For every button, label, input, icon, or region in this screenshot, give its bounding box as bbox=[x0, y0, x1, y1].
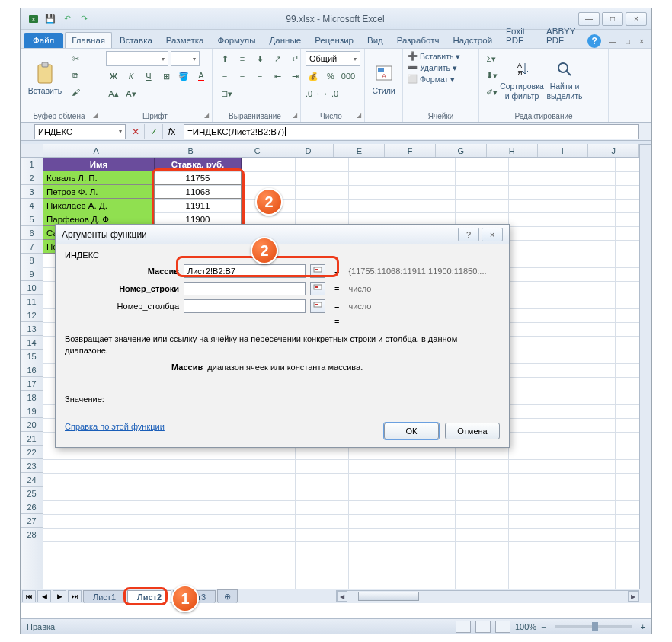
tab-data[interactable]: Данные bbox=[264, 33, 308, 48]
tab-review[interactable]: Рецензир bbox=[309, 33, 360, 48]
save-icon[interactable]: 💾 bbox=[44, 13, 56, 25]
row-header-8[interactable]: 8 bbox=[21, 254, 43, 267]
row-header-9[interactable]: 9 bbox=[21, 267, 43, 281]
wrap-text-icon[interactable]: ↵ bbox=[287, 51, 302, 66]
number-format-combo[interactable]: Общий▾ bbox=[306, 51, 360, 66]
collapse-dialog-icon[interactable] bbox=[310, 264, 325, 278]
arg-rownum-input[interactable] bbox=[184, 282, 306, 295]
autosum-icon[interactable]: Σ▾ bbox=[484, 51, 499, 66]
row-header-14[interactable]: 14 bbox=[21, 336, 43, 350]
row-header-24[interactable]: 24 bbox=[21, 473, 43, 487]
header-a1[interactable]: Имя bbox=[43, 158, 155, 171]
col-header-G[interactable]: G bbox=[436, 144, 487, 157]
tab-layout[interactable]: Разметка bbox=[160, 33, 210, 48]
launcher-icon[interactable]: ◢ bbox=[357, 112, 361, 119]
doc-minimize[interactable]: — bbox=[607, 36, 618, 47]
merge-icon[interactable]: ⊟▾ bbox=[217, 86, 236, 101]
row-header-12[interactable]: 12 bbox=[21, 308, 43, 322]
cell-b3[interactable]: 11068 bbox=[155, 185, 242, 199]
tab-insert[interactable]: Вставка bbox=[114, 33, 158, 48]
tab-home[interactable]: Главная bbox=[65, 32, 112, 48]
tab-developer[interactable]: Разработч bbox=[391, 33, 446, 48]
col-header-F[interactable]: F bbox=[385, 144, 436, 157]
align-bottom-icon[interactable]: ⬇ bbox=[252, 51, 267, 66]
tab-formulas[interactable]: Формулы bbox=[212, 33, 262, 48]
grow-font-icon[interactable]: A▴ bbox=[106, 86, 121, 101]
font-color-icon[interactable]: A bbox=[194, 69, 209, 84]
cell-a2[interactable]: Коваль Л. П. bbox=[43, 171, 155, 185]
page-break-view-button[interactable] bbox=[495, 621, 510, 633]
dialog-help-button[interactable]: ? bbox=[458, 228, 479, 241]
dialog-titlebar[interactable]: Аргументы функции ? × bbox=[56, 225, 509, 244]
next-sheet-button[interactable]: ▶ bbox=[53, 590, 66, 602]
doc-close[interactable]: × bbox=[638, 36, 645, 47]
cancel-button[interactable]: Отмена bbox=[445, 423, 500, 439]
tab-abbyy[interactable]: ABBYY PDF bbox=[540, 24, 586, 48]
launcher-icon[interactable]: ◢ bbox=[293, 112, 297, 119]
close-button[interactable]: × bbox=[626, 12, 647, 26]
italic-icon[interactable]: К bbox=[123, 69, 139, 84]
row-header-13[interactable]: 13 bbox=[21, 322, 43, 336]
decrease-indent-icon[interactable]: ⇤ bbox=[270, 69, 285, 84]
cell-a4[interactable]: Николаев А. Д. bbox=[43, 199, 155, 212]
row-header-20[interactable]: 20 bbox=[21, 418, 43, 432]
bold-icon[interactable]: Ж bbox=[106, 69, 121, 84]
undo-icon[interactable]: ↶ bbox=[61, 13, 73, 25]
row-header-16[interactable]: 16 bbox=[21, 363, 43, 377]
new-sheet-button[interactable]: ⊕ bbox=[217, 589, 238, 603]
row-header-1[interactable]: 1 bbox=[21, 158, 43, 171]
row-header-7[interactable]: 7 bbox=[21, 240, 43, 254]
align-right-icon[interactable]: ≡ bbox=[252, 69, 267, 84]
currency-icon[interactable]: 💰 bbox=[306, 69, 321, 84]
shrink-font-icon[interactable]: A▾ bbox=[123, 86, 139, 101]
row-header-5[interactable]: 5 bbox=[21, 212, 43, 226]
percent-icon[interactable]: % bbox=[323, 69, 338, 84]
sheet-tab-1[interactable]: Лист1 bbox=[83, 590, 126, 603]
first-sheet-button[interactable]: ⏮ bbox=[22, 590, 36, 602]
sort-filter-button[interactable]: АЯ Сортировка и фильтр bbox=[502, 51, 542, 107]
tab-foxit[interactable]: Foxit PDF bbox=[500, 24, 539, 48]
col-header-C[interactable]: C bbox=[232, 144, 283, 157]
align-left-icon[interactable]: ≡ bbox=[217, 69, 232, 84]
border-icon[interactable]: ⊞ bbox=[158, 69, 174, 84]
page-layout-view-button[interactable] bbox=[475, 621, 491, 633]
cell-b4[interactable]: 11911 bbox=[155, 199, 242, 212]
col-header-I[interactable]: I bbox=[538, 144, 589, 157]
format-cells-button[interactable]: ⬜Формат ▾ bbox=[408, 74, 455, 84]
font-name-combo[interactable]: ▾ bbox=[106, 51, 168, 66]
row-header-21[interactable]: 21 bbox=[21, 432, 43, 446]
row-header-3[interactable]: 3 bbox=[21, 185, 43, 199]
tab-view[interactable]: Вид bbox=[361, 33, 389, 48]
row-header-17[interactable]: 17 bbox=[21, 377, 43, 391]
row-header-28[interactable]: 28 bbox=[21, 528, 43, 541]
horizontal-scrollbar[interactable]: ◀▶ bbox=[336, 590, 639, 602]
accept-formula-icon[interactable]: ✓ bbox=[144, 124, 162, 139]
col-header-J[interactable]: J bbox=[588, 144, 639, 157]
row-header-25[interactable]: 25 bbox=[21, 487, 43, 500]
row-header-10[interactable]: 10 bbox=[21, 281, 43, 295]
launcher-icon[interactable]: ◢ bbox=[93, 112, 98, 119]
launcher-icon[interactable]: ◢ bbox=[204, 112, 209, 119]
decrease-decimal-icon[interactable]: ←.0 bbox=[323, 86, 338, 101]
select-all-corner[interactable] bbox=[21, 144, 43, 158]
zoom-in-button[interactable]: + bbox=[641, 622, 645, 631]
orientation-icon[interactable]: ↗ bbox=[270, 51, 285, 66]
normal-view-button[interactable] bbox=[456, 621, 471, 633]
align-top-icon[interactable]: ⬆ bbox=[217, 51, 232, 66]
cut-icon[interactable]: ✂ bbox=[68, 51, 83, 66]
dialog-close-button[interactable]: × bbox=[482, 228, 503, 241]
row-header-22[interactable]: 22 bbox=[21, 446, 43, 459]
formula-bar[interactable]: =ИНДЕКС(Лист2!B2:B7) bbox=[184, 124, 639, 139]
underline-icon[interactable]: Ч bbox=[141, 69, 156, 84]
maximize-button[interactable]: □ bbox=[602, 12, 623, 26]
row-header-23[interactable]: 23 bbox=[21, 459, 43, 473]
paste-button[interactable]: Вставить bbox=[25, 51, 65, 107]
col-header-A[interactable]: A bbox=[43, 144, 149, 157]
ok-button[interactable]: ОК bbox=[384, 423, 439, 439]
zoom-out-button[interactable]: − bbox=[541, 622, 546, 631]
prev-sheet-button[interactable]: ◀ bbox=[37, 590, 51, 602]
vertical-scrollbar[interactable] bbox=[639, 144, 651, 589]
name-box[interactable]: ИНДЕКС▾ bbox=[34, 124, 126, 139]
collapse-dialog-icon[interactable] bbox=[310, 299, 325, 313]
doc-restore[interactable]: □ bbox=[624, 36, 632, 47]
